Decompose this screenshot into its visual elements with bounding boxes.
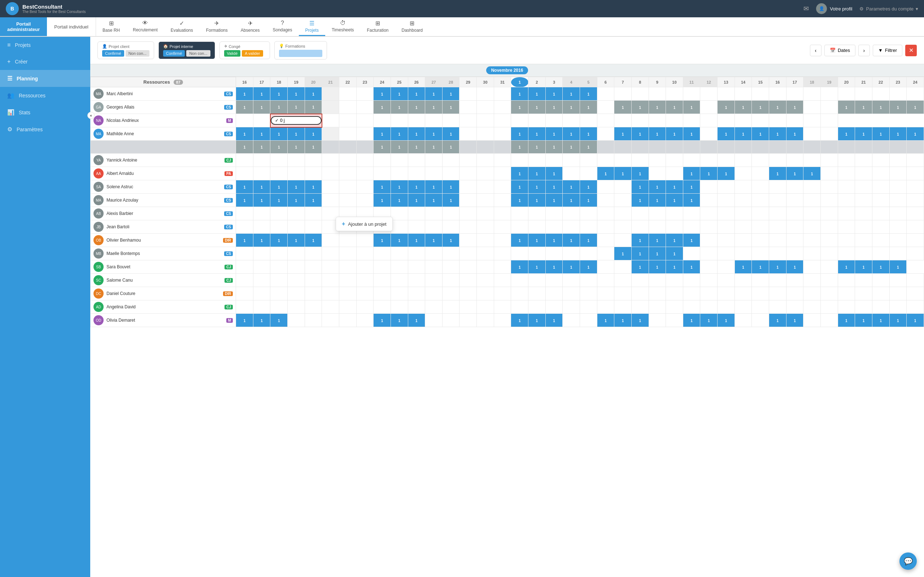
day-5: 5	[580, 77, 597, 87]
day-18b: 18	[803, 77, 821, 87]
table-row: DC Daniel Couture DIR	[90, 287, 924, 300]
avatar-jean: JB	[94, 222, 103, 232]
day-14: 14	[735, 77, 752, 87]
formations-color-sample	[279, 50, 322, 57]
formations-title: 💡 Formations	[279, 44, 322, 48]
avatar-alexis: AB	[94, 208, 103, 219]
portal-individual-tab[interactable]: Portail individuel	[47, 17, 96, 36]
confirmed-btn[interactable]: Confirmé	[102, 50, 124, 56]
avatar-daniel: DC	[94, 288, 103, 298]
interne-confirmed-btn[interactable]: Confirmé	[163, 50, 185, 56]
resource-name-sara: Sara Bouvet	[107, 264, 221, 269]
resource-cell-mathilde: MA Mathilde Anne CS	[90, 127, 236, 140]
table-row: AB Alexis Barbier CS	[90, 207, 924, 220]
interne-unconfirmed-btn[interactable]: Non con...	[186, 50, 210, 56]
ressources-icon: 👥	[7, 92, 15, 99]
valide-btn[interactable]: Validé	[224, 50, 241, 56]
collapse-sidebar-btn[interactable]: «	[87, 112, 95, 119]
avatar-mathilde: MA	[94, 129, 103, 139]
resource-name-alexis: Alexis Barbier	[107, 211, 221, 216]
avatar-angelina: AD	[94, 302, 103, 312]
content-area: 👤 Projet client Confirmé Non con... 🏠 Pr…	[90, 37, 924, 577]
sidebar-item-stats[interactable]: 📊 Stats	[0, 104, 90, 121]
day-27: 27	[425, 77, 443, 87]
resource-name-maelle: Maelle Bontemps	[107, 251, 221, 256]
base-rh-icon: ⊞	[109, 20, 114, 27]
next-btn[interactable]: ›	[858, 45, 870, 56]
tab-facturation[interactable]: ⊞ Facturation	[360, 17, 395, 36]
avatar-maurice: MA	[94, 195, 103, 205]
tab-sondages[interactable]: ? Sondages	[267, 17, 299, 36]
sidebar-item-parametres[interactable]: ⚙ Paramètres	[0, 121, 90, 138]
profile-area[interactable]: 👤 Votre profil	[816, 3, 852, 14]
day-21b: 21	[855, 77, 872, 87]
resource-name-daniel: Daniel Couture	[107, 291, 220, 296]
avatar: 👤	[816, 3, 827, 14]
day-4: 4	[563, 77, 580, 87]
day-24b: 24	[907, 77, 924, 87]
role-badge-georges: CS	[224, 105, 233, 110]
mail-icon[interactable]: ✉	[803, 5, 809, 13]
sidebar-item-label: Stats	[19, 110, 30, 115]
projet-interne-btns: Confirmé Non con...	[163, 50, 210, 56]
day-13: 13	[717, 77, 735, 87]
resource-name-olivier: Olivier Benhamou	[107, 238, 220, 243]
role-badge-alexis: CS	[224, 211, 233, 216]
day-7: 7	[614, 77, 632, 87]
day-21: 21	[322, 77, 339, 87]
tab-base-rh[interactable]: ⊞ Base RH	[96, 17, 126, 36]
resource-cell-sara: SB Sara Bouvet CJ	[90, 260, 236, 273]
facturation-icon: ⊞	[375, 20, 380, 27]
projet-client-card: 👤 Projet client Confirmé Non con...	[97, 42, 154, 59]
avatar-olivier: OB	[94, 235, 103, 245]
table-row: SA Solene Astruc CS 1 1 1 1 1 1	[90, 180, 924, 193]
avatar-sara: SB	[94, 262, 103, 272]
planning-toolbar: 👤 Projet client Confirmé Non con... 🏠 Pr…	[90, 37, 924, 64]
day-12: 12	[700, 77, 717, 87]
avatar-marc: MA	[94, 89, 103, 99]
role-badge-marc: CS	[224, 92, 233, 96]
planning-container[interactable]: Novembre 2016 + Ajouter à un projet	[90, 64, 924, 577]
tab-absences[interactable]: ✈ Absences	[234, 17, 267, 36]
sidebar-item-label: Projets	[15, 42, 31, 48]
projet-interne-icon: 🏠	[163, 44, 168, 49]
unconfirmed-btn[interactable]: Non con...	[126, 50, 149, 56]
sidebar-item-projets[interactable]: ≡ Projets	[0, 37, 90, 53]
projets-sidebar-icon: ≡	[7, 42, 10, 48]
table-row: OD Olivia Demaret M 1 1 1 1 1 1	[90, 314, 924, 327]
tab-evaluations[interactable]: ✓ Evaluations	[164, 17, 200, 36]
role-badge-daniel: DIR	[223, 292, 233, 296]
app-subtitle: The Best Tools for the Best Consultants	[23, 10, 86, 14]
profile-label: Votre profil	[830, 6, 852, 11]
projet-interne-title: 🏠 Projet interne	[163, 44, 210, 49]
tab-timesheets[interactable]: ⏱ Timesheets	[325, 17, 360, 36]
tab-recrutement[interactable]: 👁 Recrutement	[126, 17, 164, 36]
resource-name-jean: Jean Bartoli	[107, 224, 221, 229]
filter-icon: ▼	[878, 48, 883, 53]
tab-dashboard[interactable]: ⊞ Dashboard	[395, 17, 430, 36]
day-19: 19	[288, 77, 305, 87]
avatar-olivia: OD	[94, 315, 103, 325]
table-row: 1 1 1 1 1 1 1 1 1 1	[90, 141, 924, 154]
prev-btn[interactable]: ‹	[810, 45, 822, 56]
table-row: AD Angelina David CJ	[90, 300, 924, 314]
day-11: 11	[683, 77, 700, 87]
resource-cell-nicolas: NA Nicolas Andrieux M	[90, 114, 236, 127]
chat-bubble[interactable]: 💬	[900, 553, 917, 570]
avalider-btn[interactable]: A valider	[242, 50, 263, 56]
day-17: 17	[253, 77, 270, 87]
filter-btn[interactable]: ▼ Filtrer	[873, 45, 902, 56]
sidebar-item-creer[interactable]: + Créer	[0, 53, 90, 70]
params-area[interactable]: ⚙ Parametres du compte ▾	[859, 6, 918, 11]
zero-badge: ✓ 0 j	[271, 116, 321, 125]
sidebar-item-planning[interactable]: ☰ Planning	[0, 70, 90, 87]
dates-btn[interactable]: 📅 Dates	[824, 45, 855, 56]
planning-table: Ressources 87 16 17 18 19 20 21 22 23	[90, 77, 924, 327]
tab-formations[interactable]: ✈ Formations	[200, 17, 234, 36]
absences-icon: ✈	[248, 20, 253, 27]
day-30: 30	[477, 77, 494, 87]
portal-admin-tab[interactable]: Portail administrateur	[0, 17, 47, 36]
close-btn[interactable]: ✕	[905, 45, 917, 56]
sidebar-item-ressources[interactable]: 👥 Ressources	[0, 87, 90, 104]
tab-projets[interactable]: ☰ Projets	[299, 17, 325, 36]
